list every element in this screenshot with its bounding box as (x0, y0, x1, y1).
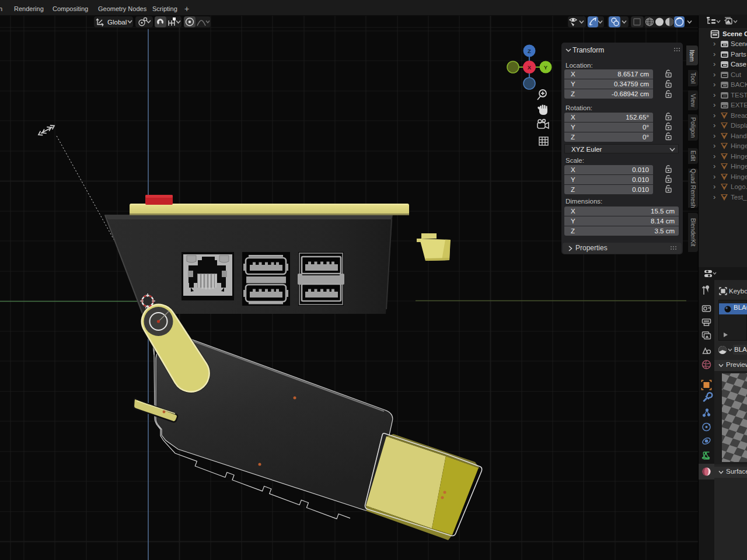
svg-text:X: X (528, 64, 532, 71)
svg-text:Global: Global (107, 19, 127, 26)
svg-text:Z: Z (528, 48, 531, 54)
svg-text:Y: Y (544, 64, 548, 71)
svg-text:Transform: Transform (573, 46, 604, 54)
